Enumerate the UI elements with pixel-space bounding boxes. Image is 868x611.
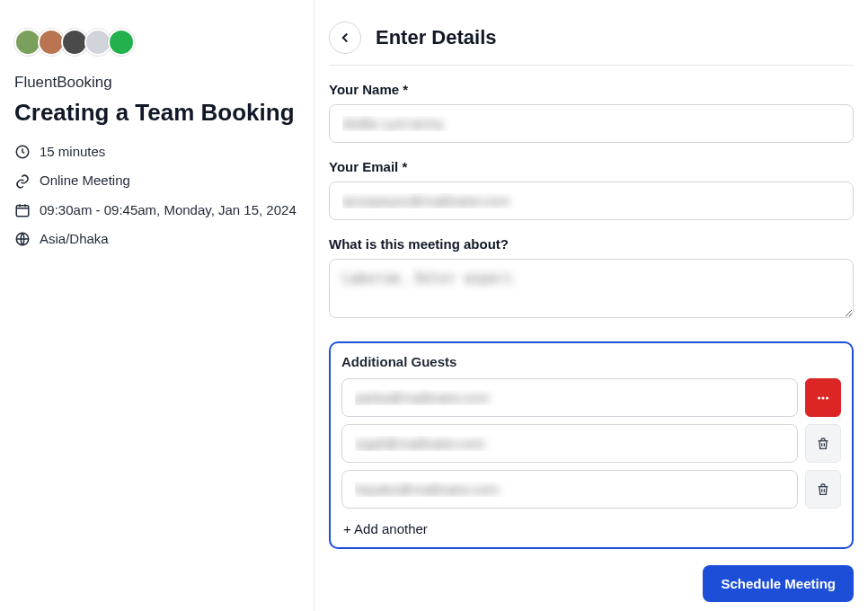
svg-point-5 xyxy=(826,396,828,399)
arrow-left-icon xyxy=(337,30,353,46)
header-divider xyxy=(329,65,854,66)
guest-row xyxy=(341,378,841,417)
svg-rect-1 xyxy=(16,206,29,217)
svg-point-3 xyxy=(818,396,820,399)
duration-text: 15 minutes xyxy=(40,143,105,161)
additional-guests-section: Additional Guests xyxy=(329,341,854,549)
meta-timezone: Asia/Dhaka xyxy=(14,230,299,248)
details-form-panel: Enter Details Your Name * Your Email * W… xyxy=(314,0,868,611)
delete-guest-button[interactable] xyxy=(805,424,841,463)
back-button[interactable] xyxy=(329,22,361,54)
page-title: Enter Details xyxy=(376,26,497,49)
trash-icon xyxy=(816,483,830,497)
guest-email-input[interactable] xyxy=(341,470,798,509)
email-input[interactable] xyxy=(329,182,854,220)
guest-row xyxy=(341,424,841,463)
timezone-text: Asia/Dhaka xyxy=(40,230,109,248)
guest-row xyxy=(341,470,841,509)
mode-text: Online Meeting xyxy=(40,172,130,190)
slot-text: 09:30am - 09:45am, Monday, Jan 15, 2024 xyxy=(40,201,297,219)
add-guest-button[interactable]: + Add another xyxy=(341,516,430,540)
booking-summary-panel: FluentBooking Creating a Team Booking 15… xyxy=(0,0,314,611)
link-icon xyxy=(14,173,31,190)
event-title: Creating a Team Booking xyxy=(14,99,299,127)
additional-guests-label: Additional Guests xyxy=(341,354,841,369)
svg-point-4 xyxy=(822,396,825,399)
meta-slot: 09:30am - 09:45am, Monday, Jan 15, 2024 xyxy=(14,201,299,219)
about-textarea[interactable] xyxy=(329,259,854,318)
trash-icon xyxy=(816,437,830,451)
avatar-5 xyxy=(108,29,135,56)
organization-name: FluentBooking xyxy=(14,74,299,92)
calendar-icon xyxy=(14,202,31,218)
schedule-meeting-button[interactable]: Schedule Meeting xyxy=(703,565,854,602)
about-label: What is this meeting about? xyxy=(329,236,854,252)
clock-icon xyxy=(14,144,31,160)
meta-duration: 15 minutes xyxy=(14,143,299,161)
guest-email-input[interactable] xyxy=(341,424,798,463)
dots-icon xyxy=(815,390,831,406)
guest-email-input[interactable] xyxy=(341,378,798,417)
globe-icon xyxy=(14,231,31,247)
name-label: Your Name * xyxy=(329,82,854,97)
delete-guest-button[interactable] xyxy=(805,378,841,417)
delete-guest-button[interactable] xyxy=(805,470,841,509)
meta-mode: Online Meeting xyxy=(14,172,299,190)
name-input[interactable] xyxy=(329,104,854,143)
team-avatars xyxy=(14,29,299,56)
email-label: Your Email * xyxy=(329,159,854,174)
